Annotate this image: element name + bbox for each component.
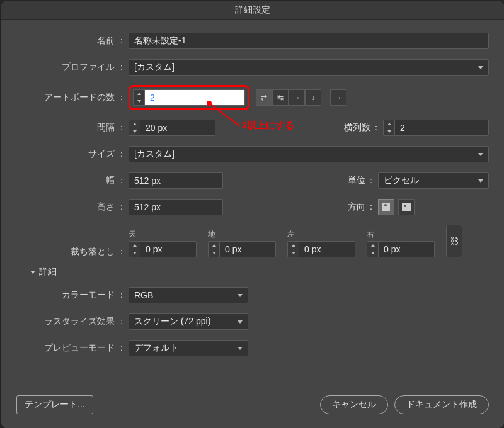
orientation-landscape-button[interactable] — [398, 199, 415, 215]
color-mode-label: カラーモード — [16, 290, 116, 301]
columns-input[interactable] — [394, 120, 489, 136]
arrange-grid-by-col-icon[interactable]: ↹ — [272, 89, 289, 106]
bleed-right-label: 右 — [367, 229, 435, 240]
spacing-label: 間隔 — [16, 122, 116, 133]
cancel-button[interactable]: キャンセル — [320, 395, 388, 414]
window-title: 詳細設定 — [1, 1, 504, 20]
bleed-link-button[interactable]: ⛓ — [446, 225, 462, 257]
orientation-label: 方向 — [348, 201, 365, 213]
unit-label: 単位 — [348, 175, 365, 186]
annotation-highlight — [129, 85, 249, 110]
raster-label: ラスタライズ効果 — [16, 316, 116, 327]
artboards-input[interactable] — [144, 89, 245, 106]
height-input[interactable] — [129, 199, 223, 215]
bleed-bottom-stepper[interactable] — [208, 241, 219, 257]
raster-select[interactable]: スクリーン (72 ppi) — [129, 313, 248, 330]
chevron-down-icon — [478, 153, 483, 156]
size-select[interactable]: [カスタム] — [129, 146, 489, 162]
artboards-stepper[interactable] — [133, 89, 144, 106]
portrait-icon — [382, 203, 390, 211]
landscape-icon — [402, 203, 411, 211]
create-button[interactable]: ドキュメント作成 — [394, 395, 489, 414]
chevron-down-icon — [478, 66, 483, 69]
chevron-down-icon — [238, 347, 243, 350]
preview-label: プレビューモード — [16, 342, 116, 354]
profile-label: プロファイル — [16, 62, 116, 73]
bleed-bottom-label: 地 — [208, 229, 276, 240]
name-input[interactable] — [129, 33, 489, 49]
unit-select[interactable]: ピクセル — [378, 172, 489, 189]
size-label: サイズ — [16, 149, 116, 160]
bleed-right-stepper[interactable] — [367, 241, 378, 257]
orientation-portrait-button[interactable] — [378, 199, 394, 215]
color-mode-select[interactable]: RGB — [129, 287, 248, 303]
bleed-left-stepper[interactable] — [287, 241, 299, 257]
bleed-left-label: 左 — [287, 229, 355, 240]
bleed-top-input[interactable] — [140, 241, 197, 257]
spacing-stepper[interactable] — [129, 120, 140, 136]
width-label: 幅 — [16, 175, 116, 186]
annotation-text: 2以上にする — [242, 120, 294, 132]
name-label: 名前 — [16, 35, 116, 47]
bleed-top-stepper[interactable] — [129, 241, 140, 257]
bleed-label: 裁ち落とし — [16, 246, 116, 257]
columns-stepper[interactable] — [383, 120, 394, 136]
disclosure-triangle-icon — [30, 271, 35, 274]
bleed-bottom-input[interactable] — [219, 241, 276, 257]
advanced-disclosure[interactable]: 詳細 — [30, 266, 489, 278]
template-button[interactable]: テンプレート... — [16, 395, 93, 414]
preview-select[interactable]: デフォルト — [129, 340, 248, 356]
artboards-label: アートボードの数 — [16, 92, 116, 103]
spacing-input[interactable] — [140, 120, 215, 136]
bleed-right-input[interactable] — [378, 241, 435, 257]
height-label: 高さ — [16, 201, 116, 213]
profile-select[interactable]: [カスタム] — [129, 59, 489, 76]
bleed-top-label: 天 — [129, 229, 197, 240]
arrange-col-icon[interactable]: ↓ — [305, 89, 321, 106]
bleed-left-input[interactable] — [299, 241, 355, 257]
link-icon: ⛓ — [450, 236, 459, 246]
columns-label: 横列数 — [344, 122, 370, 133]
chevron-down-icon — [238, 294, 243, 297]
width-input[interactable] — [129, 172, 223, 189]
arrange-row-icon[interactable]: → — [289, 89, 305, 106]
arrange-grid-by-row-icon[interactable]: ⇄ — [256, 89, 272, 106]
chevron-down-icon — [478, 179, 483, 183]
direction-ltr-icon[interactable]: → — [330, 89, 346, 106]
chevron-down-icon — [238, 320, 243, 324]
